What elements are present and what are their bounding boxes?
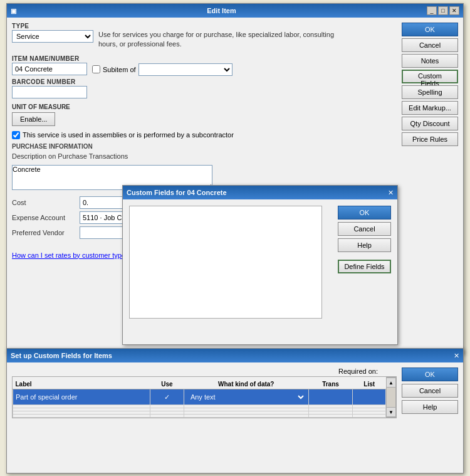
custom-fields-help-button[interactable]: Help (338, 238, 391, 252)
table-container: Label Use What kind of data? Trans List … (12, 376, 397, 418)
row-data-kind-cell[interactable] (184, 415, 308, 418)
row-label-cell: Part of special order (13, 389, 150, 405)
purchase-info-label: PURCHASE INFORMATION (12, 143, 375, 150)
rates-link[interactable]: How can I set rates by customer type? (12, 251, 129, 259)
maximize-button[interactable]: □ (438, 6, 448, 15)
enable-button[interactable]: Enable... (12, 112, 55, 126)
table-scrollbar[interactable]: ▲ ▼ (386, 377, 396, 418)
item-name-group: Item Name/Number (12, 55, 87, 75)
setup-cancel-button[interactable]: Cancel (402, 384, 458, 398)
edit-item-title: Edit Item (207, 7, 236, 14)
type-section: TYPE Service Use for services you charge… (12, 23, 375, 50)
row-use-cell[interactable]: ✓ (150, 389, 184, 405)
custom-fields-title-bar: Custom Fields for 04 Concrete ✕ (123, 186, 397, 199)
item-name-row: Item Name/Number Subitem of (12, 55, 375, 76)
desc-field-label: Description on Purchase Transactions (12, 152, 128, 160)
required-on-header: Required on: (12, 368, 378, 375)
title-bar-controls: _ □ ✕ (427, 6, 459, 15)
type-label: TYPE (12, 23, 375, 29)
type-select[interactable]: Service (12, 30, 93, 43)
subitem-checkbox[interactable] (92, 65, 100, 73)
assembly-checkbox[interactable] (12, 131, 20, 139)
barcode-input[interactable] (12, 86, 87, 98)
custom-fields-table: Label Use What kind of data? Trans List … (13, 379, 386, 418)
price-rules-button[interactable]: Price Rules (402, 132, 458, 146)
custom-fields-cancel-button[interactable]: Cancel (338, 222, 391, 236)
uom-section: UNIT OF MEASURE Enable... (12, 103, 375, 126)
title-bar-icon: ▣ (11, 8, 16, 14)
type-row: Service Use for services you charge for … (12, 30, 375, 50)
trans-column-header: Trans (308, 379, 353, 389)
item-name-input[interactable] (12, 63, 87, 75)
preferred-vendor-label: Preferred Vendor (12, 229, 75, 236)
sidebar-buttons: OK Cancel Notes Custom Fields Spelling E… (402, 23, 458, 146)
expense-account-label: Expense Account (12, 214, 75, 221)
uom-label: UNIT OF MEASURE (12, 103, 375, 110)
setup-title: Set up Custom Fields for Items (11, 352, 112, 359)
scroll-down-button[interactable]: ▼ (386, 407, 396, 417)
custom-fields-ok-button[interactable]: OK (338, 206, 391, 219)
ok-button[interactable]: OK (402, 23, 458, 36)
cancel-button[interactable]: Cancel (402, 38, 458, 52)
close-button[interactable]: ✕ (449, 6, 459, 15)
setup-ok-button[interactable]: OK (402, 368, 458, 381)
data-kind-column-header: What kind of data? (184, 379, 308, 389)
barcode-section: Barcode Number (12, 78, 375, 98)
define-fields-button[interactable]: Define Fields (338, 260, 391, 273)
edit-item-title-bar: ▣ Edit Item _ □ ✕ (7, 4, 463, 18)
required-on-label: Required on: (338, 368, 378, 375)
cost-label: Cost (12, 199, 75, 206)
scroll-up-button[interactable]: ▲ (386, 378, 396, 388)
setup-content: Required on: Label Use What kind of data… (7, 362, 463, 473)
assembly-checkbox-row: This service is used in assemblies or is… (12, 131, 375, 139)
edit-markup-button[interactable]: Edit Markup... (402, 101, 458, 115)
custom-fields-close-button[interactable]: ✕ (388, 189, 394, 197)
setup-dialog: Set up Custom Fields for Items ✕ Require… (6, 348, 464, 473)
setup-main: Required on: Label Use What kind of data… (12, 368, 402, 468)
data-kind-select[interactable]: Any text (187, 391, 306, 403)
custom-fields-sidebar: OK Cancel Help Define Fields (338, 206, 391, 273)
setup-title-bar: Set up Custom Fields for Items ✕ (7, 349, 463, 362)
custom-fields-content: OK Cancel Help Define Fields (123, 199, 397, 344)
label-column-header: Label (13, 379, 150, 389)
custom-fields-dialog: Custom Fields for 04 Concrete ✕ OK Cance… (122, 185, 398, 345)
item-name-label: Item Name/Number (12, 55, 87, 62)
table-scroll-content: Label Use What kind of data? Trans List … (13, 377, 386, 418)
subitem-label: Subitem of (103, 66, 136, 73)
row-label-cell (13, 415, 150, 418)
define-fields-wrapper: Define Fields (338, 260, 391, 273)
row-use-cell[interactable] (150, 415, 184, 418)
subitem-row: Subitem of (92, 63, 232, 76)
row-list-cell[interactable] (353, 389, 386, 405)
scroll-track (387, 388, 395, 407)
table-row[interactable] (13, 415, 386, 418)
custom-fields-button[interactable]: Custom Fields (402, 70, 458, 83)
row-data-kind-cell[interactable]: Any text (184, 389, 308, 405)
qty-discount-button[interactable]: Qty Discount (402, 117, 458, 130)
setup-close-button[interactable]: ✕ (454, 352, 459, 360)
custom-fields-main (129, 206, 322, 319)
type-description: Use for services you charge for or purch… (98, 30, 337, 50)
row-trans-cell[interactable] (308, 415, 353, 418)
table-row[interactable]: Part of special order ✓ Any text (13, 389, 386, 405)
setup-help-button[interactable]: Help (402, 400, 458, 414)
minimize-button[interactable]: _ (427, 6, 437, 15)
list-column-header: List (353, 379, 386, 389)
setup-sidebar: OK Cancel Help (402, 368, 458, 468)
assembly-label: This service is used in assemblies or is… (23, 131, 234, 139)
row-trans-cell[interactable] (308, 389, 353, 405)
use-column-header: Use (150, 379, 184, 389)
spelling-button[interactable]: Spelling (402, 85, 458, 99)
barcode-label: Barcode Number (12, 78, 375, 85)
custom-fields-title: Custom Fields for 04 Concrete (127, 189, 227, 196)
row-list-cell[interactable] (353, 415, 386, 418)
subitem-select[interactable] (138, 63, 232, 76)
desc-field-row: Description on Purchase Transactions (12, 152, 375, 162)
notes-button[interactable]: Notes (402, 54, 458, 68)
table-header-row: Label Use What kind of data? Trans List (13, 379, 386, 389)
table-body: Part of special order ✓ Any text (13, 389, 386, 418)
